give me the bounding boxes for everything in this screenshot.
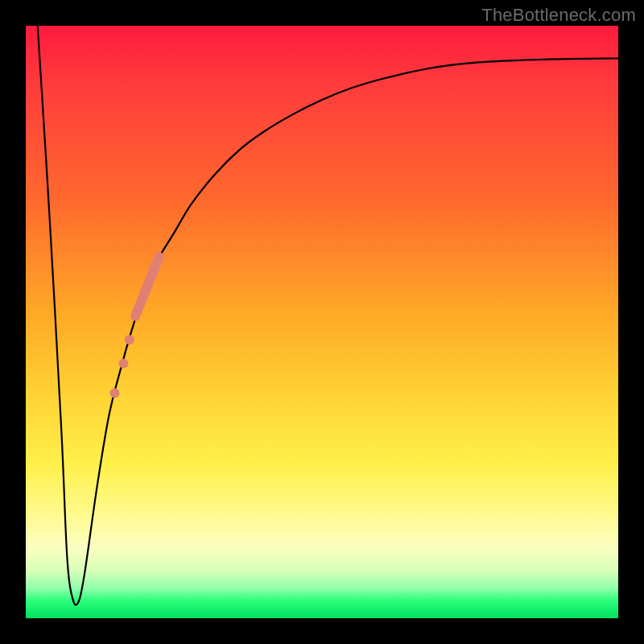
highlight-dot — [125, 335, 134, 345]
highlight-segment — [135, 257, 159, 316]
highlight-dots — [109, 335, 134, 398]
highlight-dot — [109, 388, 119, 398]
chart-container: TheBottleneck.com — [0, 0, 644, 644]
watermark-text: TheBottleneck.com — [481, 5, 636, 26]
plot-area — [26, 26, 618, 618]
curve-svg — [26, 26, 618, 618]
highlight-dot — [118, 359, 128, 369]
bottleneck-curve-line — [38, 26, 618, 605]
